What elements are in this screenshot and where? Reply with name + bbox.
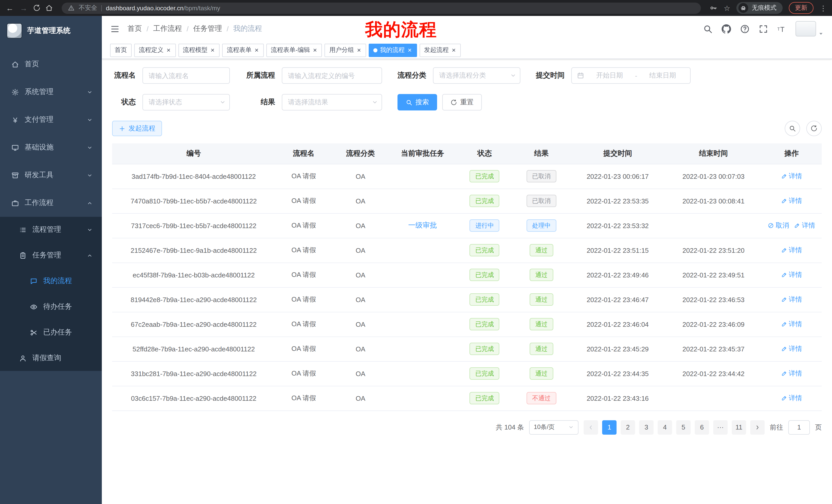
hamburger-icon[interactable] <box>110 24 120 34</box>
password-key-icon[interactable] <box>710 4 718 12</box>
address-bar[interactable]: 不安全 dashboard.yudao.iocoder.cn/bpm/task/… <box>62 2 701 13</box>
close-icon[interactable]: × <box>357 47 362 53</box>
app-logo <box>7 23 22 38</box>
page-button[interactable]: 5 <box>676 420 691 435</box>
detail-label: 详情 <box>789 172 802 181</box>
sidebar-item-payment[interactable]: ¥支付管理 <box>0 106 102 134</box>
bookmark-star-icon[interactable]: ☆ <box>724 4 730 12</box>
detail-link[interactable]: 详情 <box>781 369 802 378</box>
page-button[interactable]: 6 <box>695 420 709 435</box>
search-button[interactable]: 搜索 <box>397 94 437 110</box>
category-select[interactable]: 请选择流程分类 <box>433 67 520 84</box>
page-button[interactable]: 1 <box>602 420 617 435</box>
sidebar-item-system[interactable]: 系统管理 <box>0 78 102 106</box>
refresh-table-button[interactable] <box>806 121 822 136</box>
next-page-button[interactable] <box>750 420 765 435</box>
page-button[interactable]: 4 <box>658 420 672 435</box>
submit-time-range-picker[interactable]: 开始日期 - 结束日期 <box>571 67 691 84</box>
status-badge: 已完成 <box>470 392 499 404</box>
table-header-row: 编号流程名流程分类当前审批任务状态结果提交时间结束时间操作 <box>112 143 822 164</box>
sidebar-item-my-process[interactable]: 我的流程 <box>0 268 102 294</box>
close-icon[interactable]: × <box>254 47 259 53</box>
sidebar-item-todo-tasks[interactable]: 待办任务 <box>0 294 102 319</box>
detail-link[interactable]: 详情 <box>781 196 802 205</box>
sidebar-item-leave-query[interactable]: 请假查询 <box>0 345 102 371</box>
close-icon[interactable]: × <box>313 47 317 53</box>
tab-process-model[interactable]: 流程模型× <box>178 44 219 57</box>
detail-link[interactable]: 详情 <box>781 344 802 354</box>
detail-link[interactable]: 详情 <box>781 295 802 304</box>
column-header-current-task: 当前审批任务 <box>389 143 456 164</box>
detail-link[interactable]: 详情 <box>781 319 802 329</box>
reset-button[interactable]: 重置 <box>442 94 482 110</box>
tab-process-form[interactable]: 流程表单× <box>222 44 263 57</box>
cell-result: 处理中 <box>513 213 570 238</box>
sidebar-item-home[interactable]: 首页 <box>0 50 102 78</box>
sidebar-item-workflow[interactable]: 工作流程 <box>0 189 102 217</box>
current-task-link[interactable]: 一级审批 <box>408 221 437 229</box>
tab-label: 发起流程 <box>424 46 449 54</box>
process-name-input[interactable] <box>142 67 230 84</box>
list-icon <box>19 226 27 233</box>
tab-my-process[interactable]: 我的流程× <box>369 44 417 57</box>
search-toggle-button[interactable] <box>785 121 800 136</box>
prev-page-button[interactable] <box>583 420 598 435</box>
chevron-down-icon <box>87 145 93 150</box>
detail-link[interactable]: 详情 <box>781 394 802 403</box>
user-menu[interactable] <box>796 21 824 36</box>
fullscreen-icon[interactable] <box>758 24 768 34</box>
close-icon[interactable]: × <box>407 47 412 53</box>
tab-process-definition[interactable]: 流程定义× <box>134 44 176 57</box>
cancel-link[interactable]: 取消 <box>768 221 789 230</box>
font-size-icon[interactable]: TT <box>777 24 787 34</box>
page-ellipsis[interactable]: ··· <box>713 420 728 435</box>
close-icon[interactable]: × <box>210 47 215 53</box>
status-select[interactable]: 请选择状态 <box>142 94 230 110</box>
browser-refresh-icon[interactable] <box>33 4 41 12</box>
close-icon[interactable]: × <box>166 47 171 53</box>
page-button[interactable]: 2 <box>621 420 635 435</box>
browser-home-icon[interactable] <box>45 4 53 12</box>
page-button[interactable]: 3 <box>639 420 654 435</box>
help-icon[interactable] <box>740 24 750 34</box>
detail-label: 详情 <box>789 369 802 378</box>
search-icon[interactable] <box>703 24 713 34</box>
app-logo-area: 芋道管理系统 <box>0 16 102 45</box>
github-icon[interactable] <box>722 24 731 34</box>
detail-link[interactable]: 详情 <box>781 246 802 255</box>
cell-current-task <box>389 361 456 386</box>
browser-update-button[interactable]: 更新 <box>789 2 813 14</box>
browser-forward-icon[interactable]: → <box>19 4 28 12</box>
page-size-select[interactable]: 10条/页 <box>529 420 578 435</box>
process-definition-input[interactable] <box>282 67 382 84</box>
page-button[interactable]: 11 <box>732 420 746 435</box>
sidebar-item-task-mgmt[interactable]: 任务管理 <box>0 243 102 268</box>
browser-back-icon[interactable]: ← <box>5 4 15 12</box>
sidebar-item-label: 流程管理 <box>32 225 81 234</box>
result-select[interactable]: 请选择流结果 <box>282 94 382 110</box>
tab-user-group[interactable]: 用户分组× <box>325 44 366 57</box>
detail-label: 详情 <box>789 319 802 329</box>
sidebar-item-process-mgmt[interactable]: 流程管理 <box>0 217 102 243</box>
detail-link[interactable]: 详情 <box>781 270 802 279</box>
close-icon[interactable]: × <box>451 47 456 53</box>
cell-name: OA 请假 <box>275 312 332 337</box>
detail-link[interactable]: 详情 <box>794 221 815 230</box>
tab-start-process[interactable]: 发起流程× <box>419 44 461 57</box>
monitor-icon <box>11 144 19 151</box>
breadcrumb-item[interactable]: 首页 <box>128 24 142 33</box>
cell-category: OA <box>332 213 389 238</box>
edit-icon <box>781 370 787 376</box>
cell-current-task <box>389 337 456 361</box>
goto-page-input[interactable] <box>788 420 810 435</box>
tab-home[interactable]: 首页 <box>110 44 132 57</box>
sidebar-item-done-tasks[interactable]: 已办任务 <box>0 319 102 345</box>
detail-link[interactable]: 详情 <box>781 172 802 181</box>
caret-down-icon <box>818 31 824 36</box>
sidebar-item-devtools[interactable]: 研发工具 <box>0 161 102 189</box>
sidebar-item-infrastructure[interactable]: 基础设施 <box>0 134 102 161</box>
browser-menu-icon[interactable]: ⋮ <box>820 4 827 12</box>
tab-process-form-edit[interactable]: 流程表单-编辑× <box>266 44 322 57</box>
result-badge: 通过 <box>530 293 553 306</box>
create-process-button[interactable]: 发起流程 <box>112 121 162 136</box>
